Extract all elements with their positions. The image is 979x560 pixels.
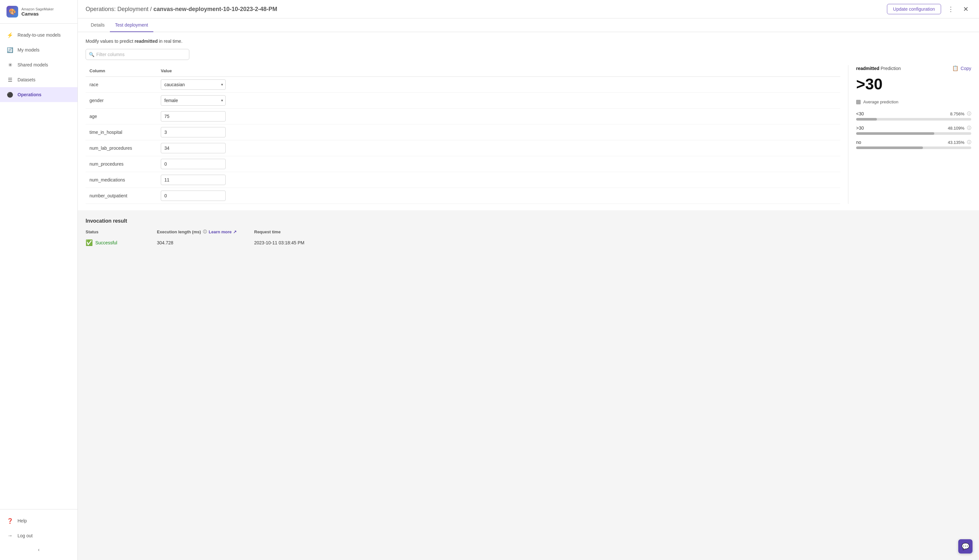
pred-label: no	[856, 140, 861, 145]
copy-icon: 📋	[952, 65, 959, 71]
column-value	[157, 125, 840, 140]
table-row: num_medications	[85, 172, 840, 188]
column-name: race	[85, 77, 157, 93]
pred-pct: 48.109%	[948, 126, 964, 131]
sidebar-item-help[interactable]: ❓ Help	[0, 513, 77, 528]
sidebar-item-operations[interactable]: ⚫ Operations	[0, 87, 77, 102]
sidebar-item-label-help: Help	[18, 518, 27, 523]
col-header-column: Column	[85, 65, 157, 77]
chat-button[interactable]: 💬	[958, 539, 972, 553]
sidebar-item-my-models[interactable]: 🔄 My models	[0, 42, 77, 57]
column-name: gender	[85, 93, 157, 108]
help-icon: ❓	[7, 517, 13, 524]
page-header: Operations: Deployment / canvas-new-depl…	[78, 0, 979, 18]
table-row: racecaucasianAfricanAmericanHispanicAsia…	[85, 77, 840, 93]
column-value	[157, 156, 840, 172]
logo-app-name: Amazon SageMaker	[22, 7, 54, 11]
pred-item-no: no 43.135% ⓘ	[856, 139, 971, 149]
select-race[interactable]: caucasianAfricanAmericanHispanicAsianOth…	[161, 79, 226, 90]
column-name: num_medications	[85, 172, 157, 188]
shared-models-icon: ✳	[7, 61, 13, 68]
pred-bar	[856, 132, 934, 135]
select-wrap: caucasianAfricanAmericanHispanicAsianOth…	[161, 79, 226, 90]
header-actions: Update configuration ⋮ ✕	[887, 4, 971, 14]
info-icon[interactable]: ⓘ	[967, 111, 971, 117]
invocation-table: Status Execution length (ms) ⓘ Learn mor…	[85, 229, 971, 248]
inv-status-header: Status	[85, 229, 157, 238]
pred-bar-wrap	[856, 132, 971, 135]
invocation-title: Invocation result	[85, 218, 971, 224]
input-num_procedures[interactable]	[161, 159, 226, 169]
columns-table: Column Value racecaucasianAfricanAmerica…	[85, 65, 848, 204]
input-num_lab_procedures[interactable]	[161, 143, 226, 153]
prediction-items: <30 8.756% ⓘ >30 48.109% ⓘ no 43.135% ⓘ	[856, 111, 971, 149]
sidebar-collapse-button[interactable]: ‹	[0, 543, 77, 556]
column-value	[157, 188, 840, 204]
input-age[interactable]	[161, 111, 226, 122]
pred-bar	[856, 118, 877, 120]
sidebar-bottom: ❓ Help → Log out ‹	[0, 509, 77, 560]
external-link-icon: ↗	[233, 230, 237, 234]
pred-bar	[856, 147, 923, 149]
avg-prediction-label: Average prediction	[863, 100, 898, 104]
logo-text: Amazon SageMaker Canvas	[22, 7, 54, 17]
chat-icon: 💬	[961, 542, 970, 550]
pred-pct: 8.756%	[950, 112, 964, 116]
pred-pct-row: 43.135% ⓘ	[948, 139, 971, 145]
collapse-icon: ‹	[38, 547, 40, 552]
info-icon: ⓘ	[203, 229, 207, 235]
copy-button[interactable]: 📋 Copy	[952, 65, 971, 71]
test-deployment-panel: Modify values to predict readmitted in r…	[78, 32, 979, 210]
column-name: age	[85, 108, 157, 125]
predict-description: Modify values to predict readmitted in r…	[85, 38, 971, 44]
input-time_in_hospital[interactable]	[161, 127, 226, 137]
pred-label: <30	[856, 111, 864, 116]
filter-input[interactable]	[85, 49, 189, 60]
select-gender[interactable]: femalemale	[161, 95, 226, 106]
sidebar-item-label-datasets: Datasets	[18, 77, 35, 82]
tab-details[interactable]: Details	[85, 18, 110, 32]
sidebar-item-ready-to-use[interactable]: ⚡ Ready-to-use models	[0, 28, 77, 42]
ready-to-use-icon: ⚡	[7, 32, 13, 38]
table-row: genderfemalemale▾	[85, 93, 840, 108]
info-icon[interactable]: ⓘ	[967, 125, 971, 131]
invocation-row: ✅ Successful 304.728 2023-10-11 03:18:45…	[85, 238, 971, 248]
learn-more-link[interactable]: Learn more ↗	[209, 230, 237, 234]
my-models-icon: 🔄	[7, 46, 13, 53]
sidebar-item-label-ready-to-use: Ready-to-use models	[18, 32, 61, 38]
column-value	[157, 140, 840, 156]
content-area: Modify values to predict readmitted in r…	[78, 32, 979, 560]
inv-request-header: Request time	[254, 229, 971, 238]
logo-product-name: Canvas	[22, 11, 54, 17]
sidebar-item-shared-models[interactable]: ✳ Shared models	[0, 57, 77, 72]
filter-input-wrap: 🔍	[85, 49, 189, 60]
input-num_medications[interactable]	[161, 175, 226, 185]
data-table: Column Value racecaucasianAfricanAmerica…	[85, 65, 840, 204]
sidebar-nav: ⚡ Ready-to-use models 🔄 My models ✳ Shar…	[0, 24, 77, 509]
page-title: Operations: Deployment / canvas-new-depl…	[85, 6, 277, 13]
column-value	[157, 172, 840, 188]
table-row: number_outpatient	[85, 188, 840, 204]
sidebar-item-logout[interactable]: → Log out	[0, 528, 77, 543]
tab-test-deployment[interactable]: Test deployment	[110, 18, 153, 32]
logo-icon: 🎨	[7, 6, 18, 18]
more-options-button[interactable]: ⋮	[945, 4, 957, 14]
info-icon[interactable]: ⓘ	[967, 139, 971, 145]
sidebar-item-label-shared-models: Shared models	[18, 62, 48, 67]
table-row: num_procedures	[85, 156, 840, 172]
pred-pct-row: 8.756% ⓘ	[950, 111, 971, 117]
sidebar-item-datasets[interactable]: ☰ Datasets	[0, 72, 77, 87]
column-name: num_procedures	[85, 156, 157, 172]
pred-item-gt30: >30 48.109% ⓘ	[856, 125, 971, 135]
sidebar: 🎨 Amazon SageMaker Canvas ⚡ Ready-to-use…	[0, 0, 78, 560]
datasets-icon: ☰	[7, 76, 13, 83]
prediction-title: readmitted Prediction	[856, 66, 901, 71]
close-button[interactable]: ✕	[961, 4, 971, 14]
input-number_outpatient[interactable]	[161, 190, 226, 201]
update-config-button[interactable]: Update configuration	[887, 4, 941, 14]
select-wrap: femalemale▾	[161, 95, 226, 106]
prediction-header: readmitted Prediction 📋 Copy	[856, 65, 971, 71]
sidebar-item-label-my-models: My models	[18, 47, 40, 52]
request-time-cell: 2023-10-11 03:18:45 PM	[254, 238, 971, 248]
pred-item-lt30: <30 8.756% ⓘ	[856, 111, 971, 120]
